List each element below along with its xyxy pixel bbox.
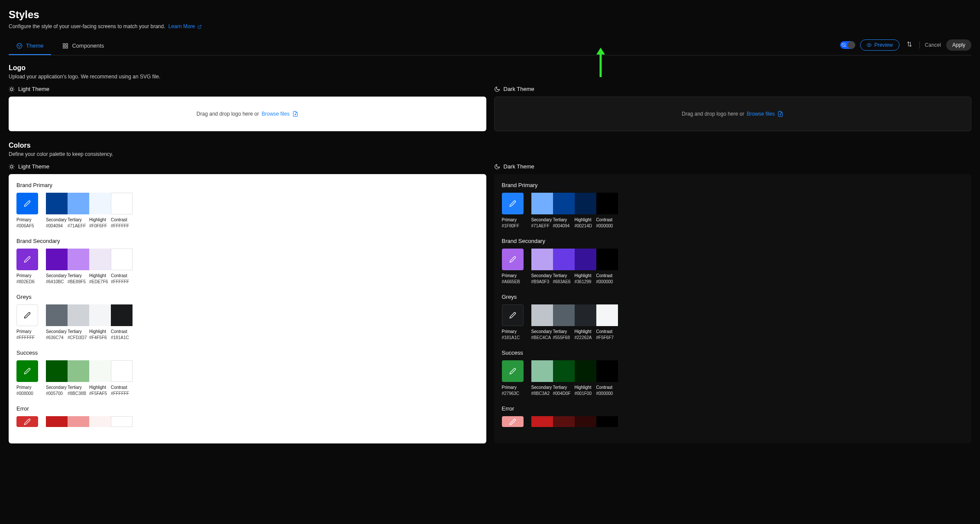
swatch-label: Highlight#001F00: [575, 385, 596, 397]
swatch-cell[interactable]: [553, 249, 575, 270]
pencil-icon: [24, 200, 31, 207]
color-group: GreysPrimary#FFFFFFSecondary#636C74Terti…: [16, 294, 479, 341]
color-group: SuccessPrimary#008000Secondary#005700Ter…: [16, 349, 479, 397]
tab-theme-label: Theme: [26, 42, 43, 49]
logo-dropzone-dark[interactable]: Drag and drop logo here or Browse files: [494, 97, 972, 131]
svg-rect-6: [66, 43, 68, 45]
swatch-label: Highlight#EDE7F6: [89, 273, 111, 285]
swatch-label: Tertiary#71AEFF: [68, 217, 89, 229]
swatch-label: Highlight#F5FAF5: [89, 385, 111, 397]
swatch-cell[interactable]: [596, 193, 618, 214]
swatch-cell[interactable]: [575, 193, 596, 214]
primary-swatch[interactable]: [502, 416, 524, 427]
swatch-label: Contrast#F5F6F7: [596, 329, 618, 341]
swatch-cell[interactable]: [596, 249, 618, 270]
swatch-label: Contrast#000000: [596, 385, 618, 397]
primary-swatch[interactable]: [502, 304, 524, 326]
swatch-strip: [531, 193, 618, 214]
swatch-label: Primary#FFFFFF: [16, 329, 38, 341]
swatch-label: Contrast#000000: [596, 273, 618, 285]
cancel-button[interactable]: Cancel: [925, 42, 941, 48]
swatch-label: Secondary#B9A0F3: [531, 273, 553, 285]
swatch-cell[interactable]: [531, 360, 553, 382]
swatch-cell[interactable]: [553, 416, 575, 427]
swatch-cell[interactable]: [111, 304, 133, 326]
swatch-cell[interactable]: [553, 304, 575, 326]
swatch-cell[interactable]: [46, 249, 68, 270]
swatch-cell[interactable]: [68, 249, 89, 270]
moon-icon: [494, 86, 500, 92]
dark-theme-label: Dark Theme: [504, 163, 534, 170]
swatch-cell[interactable]: [46, 304, 68, 326]
tab-components[interactable]: Components: [55, 37, 112, 55]
swatch-cell[interactable]: [46, 193, 68, 214]
primary-swatch[interactable]: [502, 249, 524, 270]
pencil-icon: [24, 256, 31, 263]
dark-theme-label: Dark Theme: [504, 86, 534, 92]
swatch-cell[interactable]: [596, 304, 618, 326]
svg-line-0: [199, 25, 201, 27]
swatch-label: Secondary#8BC3A2: [531, 385, 553, 397]
swatch-cell[interactable]: [531, 304, 553, 326]
swatch-label: Tertiary#683AE6: [553, 273, 575, 285]
swatch-label: Highlight#22262A: [575, 329, 596, 341]
primary-swatch[interactable]: [16, 360, 38, 382]
svg-line-25: [10, 165, 10, 165]
swatch-cell[interactable]: [89, 360, 111, 382]
swatch-cell[interactable]: [111, 249, 133, 270]
swatch-cell[interactable]: [531, 193, 553, 214]
swatch-cell[interactable]: [46, 416, 68, 427]
page-title: Styles: [9, 9, 971, 21]
sort-button[interactable]: [905, 39, 914, 50]
swatch-label: Primary#008000: [16, 385, 38, 397]
swatch-cell[interactable]: [575, 416, 596, 427]
swatch-cell[interactable]: [596, 416, 618, 427]
swatch-strip: [531, 304, 618, 326]
learn-more-link[interactable]: Learn More: [168, 23, 202, 29]
swatch-cell[interactable]: [531, 249, 553, 270]
primary-swatch[interactable]: [502, 193, 524, 214]
swatch-label: Contrast#FFFFFF: [111, 217, 133, 229]
svg-rect-5: [63, 43, 65, 45]
swatch-cell[interactable]: [89, 249, 111, 270]
swatch-cell[interactable]: [553, 360, 575, 382]
swatch-label: Contrast#FFFFFF: [111, 273, 133, 285]
swatch-cell[interactable]: [553, 193, 575, 214]
upload-icon: [777, 111, 783, 117]
swatch-cell[interactable]: [575, 249, 596, 270]
swatch-cell[interactable]: [89, 304, 111, 326]
swatch-cell[interactable]: [68, 304, 89, 326]
swatch-cell[interactable]: [575, 360, 596, 382]
svg-line-29: [10, 168, 10, 168]
swatch-cell[interactable]: [89, 416, 111, 427]
primary-swatch[interactable]: [502, 360, 524, 382]
swatch-cell[interactable]: [89, 193, 111, 214]
swatch-cell[interactable]: [68, 193, 89, 214]
swatch-cell[interactable]: [68, 360, 89, 382]
swatch-cell[interactable]: [575, 304, 596, 326]
swatch-cell[interactable]: [68, 416, 89, 427]
swatch-cell[interactable]: [111, 416, 133, 427]
primary-swatch[interactable]: [16, 416, 38, 427]
swatch-cell[interactable]: [111, 193, 133, 214]
tab-theme[interactable]: Theme: [9, 37, 51, 55]
logo-dropzone-light[interactable]: Drag and drop logo here or Browse files: [9, 97, 486, 131]
primary-swatch[interactable]: [16, 304, 38, 326]
swatch-cell[interactable]: [596, 360, 618, 382]
svg-point-11: [10, 88, 13, 91]
apply-button[interactable]: Apply: [946, 39, 971, 51]
swatch-label: Contrast#000000: [596, 217, 618, 229]
visibility-toggle[interactable]: [840, 41, 855, 49]
preview-button[interactable]: Preview: [860, 39, 899, 51]
swatch-label: Highlight#F0F6FF: [89, 217, 111, 229]
swatch-cell[interactable]: [111, 360, 133, 382]
primary-swatch[interactable]: [16, 249, 38, 270]
swatch-cell[interactable]: [46, 360, 68, 382]
browse-files-link[interactable]: Browse files: [262, 111, 290, 117]
primary-swatch[interactable]: [16, 193, 38, 214]
swatch-label: Contrast#181A1C: [111, 329, 133, 341]
browse-files-link[interactable]: Browse files: [747, 111, 775, 117]
swatch-label: Primary#802ED6: [16, 273, 38, 285]
swatch-label: Secondary#71AEFF: [531, 217, 553, 229]
swatch-cell[interactable]: [531, 416, 553, 427]
